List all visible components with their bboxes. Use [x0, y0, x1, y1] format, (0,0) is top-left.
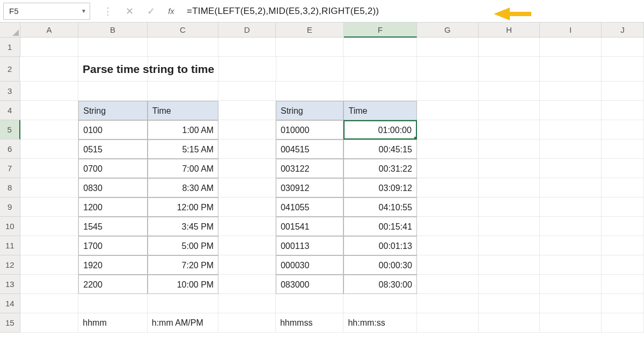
cell[interactable]: [343, 82, 416, 101]
cell[interactable]: [344, 57, 417, 82]
row-header[interactable]: 3: [0, 82, 20, 101]
cell[interactable]: [540, 294, 602, 313]
cell[interactable]: [218, 275, 276, 294]
cell[interactable]: [20, 120, 79, 139]
cell[interactable]: [20, 255, 79, 275]
table-cell[interactable]: 5:15 AM: [148, 139, 218, 159]
row-header[interactable]: 4: [0, 101, 20, 120]
cell[interactable]: [417, 255, 479, 275]
enter-icon[interactable]: ✓: [142, 3, 160, 20]
table-cell[interactable]: 030912: [276, 178, 344, 197]
table-cell[interactable]: 10:00 PM: [148, 275, 218, 294]
cell[interactable]: [540, 197, 602, 217]
row-header[interactable]: 15: [0, 313, 20, 333]
cell[interactable]: [417, 197, 479, 217]
col-header-B[interactable]: B: [78, 23, 148, 38]
cell[interactable]: [218, 139, 276, 159]
cell[interactable]: [417, 120, 479, 139]
row-header[interactable]: 11: [0, 236, 20, 255]
cell[interactable]: [20, 178, 79, 197]
cell[interactable]: [78, 38, 147, 57]
cell[interactable]: [602, 178, 644, 197]
cell[interactable]: [479, 313, 540, 333]
cell[interactable]: [417, 313, 479, 333]
cell[interactable]: [602, 57, 644, 82]
cell[interactable]: [20, 217, 79, 236]
cell[interactable]: [540, 38, 602, 57]
table-cell[interactable]: 0830: [78, 178, 147, 197]
table-cell[interactable]: 2200: [78, 275, 147, 294]
cell[interactable]: [417, 159, 479, 178]
cell[interactable]: [417, 82, 479, 101]
table-cell[interactable]: 1920: [78, 255, 147, 275]
format-label[interactable]: hh:mm:ss: [343, 313, 416, 333]
format-label[interactable]: h:mm AM/PM: [148, 313, 218, 333]
table-cell[interactable]: 004515: [276, 139, 344, 159]
cell[interactable]: [218, 294, 276, 313]
cell[interactable]: [540, 236, 602, 255]
cell[interactable]: [602, 101, 644, 120]
cell[interactable]: [20, 313, 79, 333]
table-cell[interactable]: 5:00 PM: [148, 236, 218, 255]
col-header-D[interactable]: D: [218, 23, 276, 38]
cell[interactable]: [20, 275, 79, 294]
table-cell[interactable]: 010000: [276, 120, 344, 139]
cell[interactable]: [540, 139, 602, 159]
table-cell[interactable]: 3:45 PM: [148, 217, 218, 236]
cell[interactable]: [148, 82, 218, 101]
fx-icon[interactable]: fx: [163, 6, 179, 16]
table-cell[interactable]: 00:31:22: [343, 159, 416, 178]
cell[interactable]: [602, 159, 644, 178]
cell[interactable]: [479, 82, 540, 101]
cell[interactable]: [602, 313, 644, 333]
cell[interactable]: [218, 197, 276, 217]
cell[interactable]: [540, 82, 602, 101]
table-cell[interactable]: 08:30:00: [343, 275, 416, 294]
row-header[interactable]: 14: [0, 294, 20, 313]
cell[interactable]: [540, 217, 602, 236]
table-cell[interactable]: 0515: [78, 139, 147, 159]
table-cell[interactable]: 7:20 PM: [148, 255, 218, 275]
cell[interactable]: [479, 275, 540, 294]
table1-header-time[interactable]: Time: [148, 101, 218, 120]
cell[interactable]: [602, 197, 644, 217]
cell[interactable]: [540, 313, 602, 333]
cell[interactable]: [602, 236, 644, 255]
cancel-icon[interactable]: ✕: [120, 3, 138, 20]
cell[interactable]: [602, 120, 644, 139]
table2-header-string[interactable]: String: [276, 101, 344, 120]
table-cell[interactable]: 0100: [78, 120, 147, 139]
cell[interactable]: [602, 38, 644, 57]
cell[interactable]: [148, 294, 218, 313]
cell[interactable]: [417, 294, 479, 313]
cell[interactable]: [343, 38, 416, 57]
cell[interactable]: [479, 38, 540, 57]
cell[interactable]: [20, 82, 79, 101]
col-header-H[interactable]: H: [479, 23, 540, 38]
table-cell[interactable]: 12:00 PM: [148, 197, 218, 217]
col-header-E[interactable]: E: [276, 23, 344, 38]
cell[interactable]: [148, 38, 218, 57]
row-header[interactable]: 1: [0, 38, 20, 57]
row-header[interactable]: 13: [0, 275, 20, 294]
cell[interactable]: [540, 101, 602, 120]
cell[interactable]: [540, 255, 602, 275]
table-cell[interactable]: 001541: [276, 217, 344, 236]
cell[interactable]: [479, 57, 540, 82]
cell[interactable]: [479, 139, 540, 159]
cell[interactable]: [479, 101, 540, 120]
cell[interactable]: [20, 57, 78, 82]
cell[interactable]: [540, 275, 602, 294]
row-header[interactable]: 7: [0, 159, 20, 178]
cell[interactable]: [343, 294, 416, 313]
row-header[interactable]: 5: [0, 120, 20, 139]
cell[interactable]: [218, 236, 276, 255]
cell[interactable]: [417, 236, 479, 255]
cell[interactable]: [479, 120, 540, 139]
cell[interactable]: [479, 255, 540, 275]
cell[interactable]: [417, 57, 479, 82]
cell[interactable]: [417, 139, 479, 159]
cell[interactable]: [20, 38, 79, 57]
cell[interactable]: [602, 255, 644, 275]
selected-cell[interactable]: 01:00:00: [343, 120, 416, 139]
